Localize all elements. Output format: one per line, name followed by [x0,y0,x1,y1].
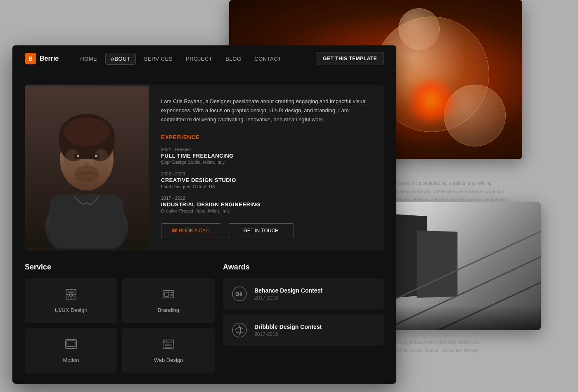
motion-icon [65,338,77,352]
svg-line-22 [73,291,74,293]
exp-company-3: Creative Project Head, Milan, Italy [161,208,372,213]
exp-year-3: 2017 - 2022 [161,196,372,201]
exp-item-2: 2022 - 2023 CREATIVE DESIGN STUDIO Lead … [161,171,372,189]
logo-text: Berrie [40,55,59,62]
svg-point-37 [166,341,167,342]
svg-line-21 [68,291,69,293]
get-template-button[interactable]: GET THIS TEMPLATE [316,52,384,65]
service-section: Service [25,263,215,373]
about-section: I am Cris Rayaan, a Designer passionate … [25,85,384,250]
nav-contact[interactable]: CONTACT [249,53,286,64]
dribbble-icon [231,322,248,338]
book-call-button[interactable]: ☎ BOOK A CALL [161,223,221,238]
web-icon [162,338,175,352]
svg-point-13 [77,155,79,157]
award-name-dribbble: Dribbble Design Contest [254,324,322,330]
bubble-glow [407,76,456,126]
exp-company-2: Lead Designer, Oxford, UK [161,184,372,189]
right-panel-text-top: volve the process of conceptualizing, cr… [374,179,526,204]
bottom-section: Service [25,263,384,373]
award-item-behance: Bē Behance Design Contest 2017-2016 [223,278,384,309]
exp-role-2: CREATIVE DESIGN STUDIO [161,177,372,183]
exp-item-3: 2017 - 2022 INDUSTRIAL DESIGN ENGINEERIN… [161,196,372,213]
experience-title: EXPERIENCE [161,134,372,140]
service-section-title: Service [25,263,215,272]
branding-label: Branding [158,307,179,313]
exp-year-2: 2022 - 2023 [161,171,372,176]
svg-line-24 [73,296,74,298]
svg-rect-31 [67,341,75,347]
awards-section-title: Awards [223,263,384,272]
nav-links: HOME ABOUT SERVICES PROJECT BLOG CONTACT [75,53,316,65]
uiux-icon [65,288,77,302]
svg-text:Bē: Bē [235,291,242,297]
nav-blog[interactable]: BLOG [220,53,246,64]
main-website-card: B Berrie HOME ABOUT SERVICES PROJECT BLO… [12,45,396,384]
behance-icon: Bē [231,286,248,302]
svg-rect-26 [165,292,169,296]
exp-year-1: 2022 - Present [161,147,372,152]
award-year-dribbble: 2017-2016 [254,331,322,337]
profile-photo [25,85,149,250]
award-info-dribbble: Dribbble Design Contest 2017-2016 [254,324,322,337]
motion-label: Motion [63,357,79,363]
award-year-behance: 2017-2016 [254,295,322,301]
svg-point-16 [74,165,99,182]
get-in-touch-button[interactable]: GET IN TOUCH [228,223,294,238]
arch-block-2 [417,230,458,298]
award-info-behance: Behance Design Contest 2017-2016 [254,287,322,301]
service-card-web[interactable]: Web Design [122,328,215,373]
service-grid: UI/UX Design Branding [25,278,215,373]
logo-icon: B [25,53,36,64]
award-name-behance: Behance Design Contest [254,287,322,294]
nav-about[interactable]: ABOUT [105,53,135,65]
exp-company-1: Copr Design Studio, Milan, Italy [161,160,372,165]
navbar: B Berrie HOME ABOUT SERVICES PROJECT BLO… [12,45,396,72]
about-content: I am Cris Rayaan, a Designer passionate … [149,85,384,250]
web-label: Web Design [154,357,183,363]
uiux-label: UI/UX Design [55,307,88,313]
exp-role-3: INDUSTRIAL DESIGN ENGINEERING [161,201,372,208]
service-card-uiux[interactable]: UI/UX Design [25,278,117,323]
nav-services[interactable]: SERVICES [139,53,178,64]
svg-line-23 [68,296,69,298]
profile-image-container [25,85,149,250]
nav-home[interactable]: HOME [75,53,102,64]
logo-area[interactable]: B Berrie [25,53,59,64]
awards-section: Awards Bē Behance Design Contest 2017-20… [223,263,384,373]
right-panel-text-bottom: ting, and refining products that meet us… [374,338,526,355]
service-card-branding[interactable]: Branding [122,278,215,323]
branding-icon [162,288,175,302]
service-card-motion[interactable]: Motion [25,328,117,373]
exp-role-1: FULL TIME FREELANCING [161,153,372,159]
nav-project[interactable]: PROJECT [181,53,217,64]
about-bio: I am Cris Rayaan, a Designer passionate … [161,97,372,124]
svg-point-14 [95,155,97,157]
exp-item-1: 2022 - Present FULL TIME FREELANCING Cop… [161,147,372,165]
award-item-dribbble: Dribbble Design Contest 2017-2016 [223,314,384,346]
svg-point-8 [64,117,109,146]
person-silhouette-svg [25,85,149,250]
content-area: I am Cris Rayaan, a Designer passionate … [12,72,396,384]
about-buttons: ☎ BOOK A CALL GET IN TOUCH [161,223,372,238]
svg-point-36 [164,341,165,342]
